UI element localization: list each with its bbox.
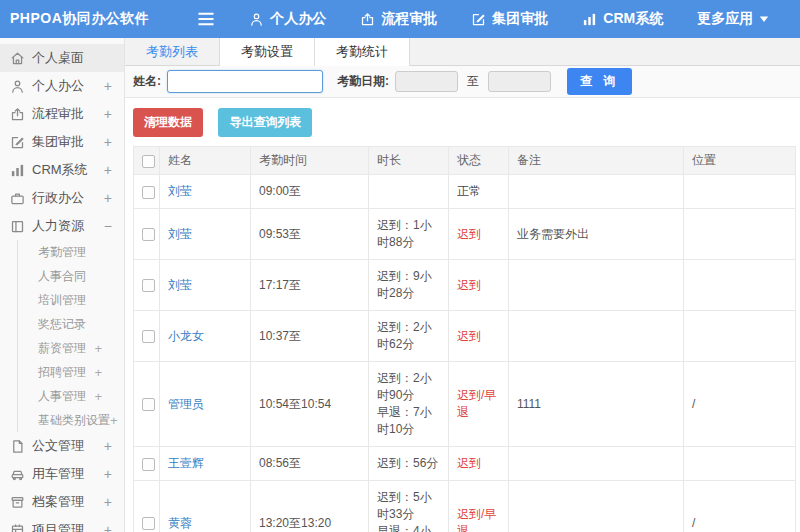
sidebar-subitem[interactable]: 培训管理 xyxy=(18,288,124,312)
name-filter-input[interactable] xyxy=(167,70,323,93)
app-logo[interactable]: PHPOA协同办公软件 xyxy=(0,10,159,28)
sidebar-subitem[interactable]: 招聘管理+ xyxy=(18,360,124,384)
note-cell xyxy=(509,311,684,362)
sidebar-item[interactable]: CRM系统+ xyxy=(0,156,124,184)
tab-attendance-settings[interactable]: 考勤设置 xyxy=(219,38,315,66)
search-button[interactable]: 查 询 xyxy=(567,68,632,95)
sidebar-item[interactable]: 用车管理+ xyxy=(0,460,124,488)
attendance-time-cell: 09:00至 xyxy=(251,175,369,209)
row-checkbox-cell xyxy=(134,175,160,209)
nav-item-label: 更多应用 xyxy=(697,10,753,28)
expand-icon: + xyxy=(104,467,112,481)
sidebar-item[interactable]: 个人办公+ xyxy=(0,72,124,100)
status-cell: 迟到 xyxy=(449,447,509,481)
date-to-input[interactable] xyxy=(488,71,551,92)
sidebar-subitem[interactable]: 人事合同 xyxy=(18,264,124,288)
row-checkbox[interactable] xyxy=(142,517,155,530)
edit-icon xyxy=(471,12,486,27)
employee-name-link[interactable]: 刘莹 xyxy=(160,260,251,311)
sidebar-item[interactable]: 行政办公+ xyxy=(0,184,124,212)
attendance-time-cell: 10:37至 xyxy=(251,311,369,362)
sidebar-subitem-label: 培训管理 xyxy=(38,292,102,309)
employee-name-link[interactable]: 管理员 xyxy=(160,362,251,447)
nav-item-label: 集团审批 xyxy=(492,10,548,28)
nav-item-process-approval[interactable]: 流程审批 xyxy=(360,10,437,28)
attendance-table: 姓名考勤时间时长状态备注位置 刘莹09:00至正常刘莹09:53至迟到：1小时8… xyxy=(133,146,796,532)
sidebar-item-label: 个人办公 xyxy=(32,77,104,95)
status-cell: 迟到/早退 xyxy=(449,362,509,447)
employee-name-link[interactable]: 刘莹 xyxy=(160,175,251,209)
sidebar-item[interactable]: 集团审批+ xyxy=(0,128,124,156)
sidebar-subitem[interactable]: 薪资管理+ xyxy=(18,336,124,360)
sidebar-subitem[interactable]: 基础类别设置+ xyxy=(18,408,124,432)
tab-bar: 考勤列表 考勤设置 考勤统计 xyxy=(125,38,800,66)
status-cell: 迟到 xyxy=(449,209,509,260)
sidebar-subitem-label: 人事合同 xyxy=(38,268,102,285)
sidebar-item-label: 流程审批 xyxy=(32,105,104,123)
sidebar-item[interactable]: 流程审批+ xyxy=(0,100,124,128)
note-cell: 1111 xyxy=(509,362,684,447)
row-checkbox[interactable] xyxy=(142,330,155,343)
sidebar-item-label: 用车管理 xyxy=(32,465,104,483)
attendance-table-wrap: 姓名考勤时间时长状态备注位置 刘莹09:00至正常刘莹09:53至迟到：1小时8… xyxy=(133,146,795,532)
main-content: 考勤列表 考勤设置 考勤统计 姓名: 考勤日期: 至 查 询 清理数据 导出查询… xyxy=(125,38,800,532)
column-header: 状态 xyxy=(449,147,509,175)
nav-item-label: CRM系统 xyxy=(603,10,663,28)
employee-name-link[interactable]: 黄蓉 xyxy=(160,481,251,532)
nav-item-group-approval[interactable]: 集团审批 xyxy=(471,10,548,28)
flow-icon xyxy=(10,107,25,122)
employee-name-link[interactable]: 小龙女 xyxy=(160,311,251,362)
tab-attendance-list[interactable]: 考勤列表 xyxy=(125,38,220,66)
row-checkbox[interactable] xyxy=(142,458,155,471)
sidebar-item-label: 集团审批 xyxy=(32,133,104,151)
location-cell xyxy=(684,447,796,481)
sidebar-subitem[interactable]: 人事管理+ xyxy=(18,384,124,408)
sidebar-subitem[interactable]: 奖惩记录 xyxy=(18,312,124,336)
sidebar-subitem-label: 考勤管理 xyxy=(38,244,102,261)
edit-icon xyxy=(10,135,25,150)
nav-item-personal-office[interactable]: 个人办公 xyxy=(249,10,326,28)
attendance-time-cell: 08:56至 xyxy=(251,447,369,481)
person-icon xyxy=(10,79,25,94)
car-icon xyxy=(10,467,25,482)
nav-item-crm[interactable]: CRM系统 xyxy=(582,10,663,28)
sidebar-item-label: 行政办公 xyxy=(32,189,104,207)
chart-icon xyxy=(10,163,25,178)
expand-icon: + xyxy=(94,389,102,404)
sidebar-item[interactable]: 人力资源− xyxy=(0,212,124,240)
row-checkbox[interactable] xyxy=(142,228,155,241)
sidebar-item-label: 档案管理 xyxy=(32,493,104,511)
location-cell xyxy=(684,311,796,362)
clean-data-button[interactable]: 清理数据 xyxy=(133,108,203,137)
employee-name-link[interactable]: 刘莹 xyxy=(160,209,251,260)
location-cell xyxy=(684,209,796,260)
column-header: 考勤时间 xyxy=(251,147,369,175)
row-checkbox-cell xyxy=(134,209,160,260)
employee-name-link[interactable]: 王壹辉 xyxy=(160,447,251,481)
duration-cell: 迟到：2小时90分 早退：7小时10分 xyxy=(369,362,449,447)
menu-toggle-button[interactable] xyxy=(197,12,215,26)
column-header: 姓名 xyxy=(160,147,251,175)
sidebar-subitem-label: 基础类别设置 xyxy=(38,412,110,429)
home-icon xyxy=(10,51,25,66)
duration-cell: 迟到：1小时88分 xyxy=(369,209,449,260)
note-cell xyxy=(509,175,684,209)
sidebar-item[interactable]: 项目管理+ xyxy=(0,516,124,532)
row-checkbox[interactable] xyxy=(142,398,155,411)
sidebar-subitem-label: 人事管理 xyxy=(38,388,94,405)
date-from-input[interactable] xyxy=(395,71,458,92)
row-checkbox[interactable] xyxy=(142,279,155,292)
table-row: 小龙女10:37至迟到：2小时62分迟到 xyxy=(134,311,796,362)
sidebar-item[interactable]: 档案管理+ xyxy=(0,488,124,516)
sidebar-subitem[interactable]: 考勤管理 xyxy=(18,240,124,264)
row-checkbox[interactable] xyxy=(142,186,155,199)
export-list-button[interactable]: 导出查询列表 xyxy=(218,108,312,137)
select-all-checkbox[interactable] xyxy=(142,155,155,168)
sidebar-item[interactable]: 公文管理+ xyxy=(0,432,124,460)
nav-item-more-apps[interactable]: 更多应用 xyxy=(697,10,769,28)
duration-cell: 迟到：5小时33分 早退：4小时67分 xyxy=(369,481,449,532)
row-checkbox-cell xyxy=(134,311,160,362)
sidebar-item-label: 人力资源 xyxy=(32,217,104,235)
sidebar-item[interactable]: 个人桌面 xyxy=(0,44,124,72)
tab-attendance-stats[interactable]: 考勤统计 xyxy=(314,38,410,66)
